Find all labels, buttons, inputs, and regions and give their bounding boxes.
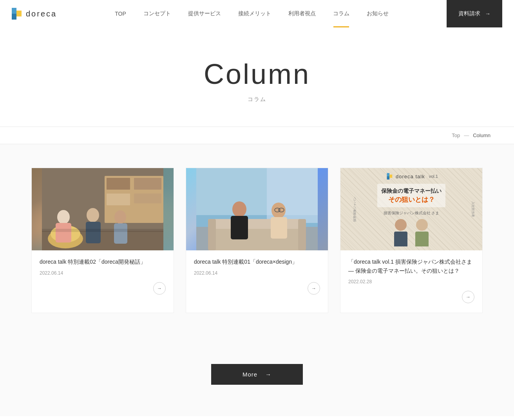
svg-rect-27 [298, 219, 306, 250]
article-date-2: 2022.06.14 [194, 270, 320, 276]
more-arrow: → [265, 371, 271, 378]
article-title-3: 「doreca talk vol.1 損害保険ジャパン株式会社さま— 保険金の電… [348, 257, 474, 275]
vol1-headline1: 保険金の電子マネー払い [381, 187, 442, 195]
arrow-icon-3: → [462, 291, 474, 303]
arrow-icon-2: → [308, 282, 320, 295]
article-image-1 [32, 168, 174, 250]
logo-text: doreca [26, 9, 57, 18]
breadcrumb-top[interactable]: Top [452, 132, 460, 138]
svg-rect-29 [231, 216, 248, 239]
breadcrumb-separator: — [464, 132, 469, 138]
svg-rect-25 [208, 219, 306, 229]
article-arrow-2[interactable]: → [194, 282, 320, 295]
vol1-vol: vol.1 [429, 174, 438, 179]
page-title-en: Column [0, 59, 514, 90]
article-date-3: 2022.02.28 [348, 279, 474, 284]
vol1-headline2: その狙いとは？ [381, 195, 442, 204]
cta-arrow: → [485, 11, 490, 17]
svg-marker-1 [12, 14, 16, 20]
article-date-1: 2022.06.14 [40, 270, 166, 276]
breadcrumb: Top — Column [0, 127, 514, 144]
cta-label: 資料請求 [458, 10, 480, 17]
article-content-1: doreca talk 特別連載02「doreca開発秘話」 2022.06.1… [32, 250, 174, 304]
article-arrow-1[interactable]: → [40, 282, 166, 295]
logo-icon [8, 6, 24, 22]
page-title-ja: コラム [0, 96, 514, 103]
svg-rect-8 [107, 194, 130, 205]
more-button[interactable]: More → [211, 364, 303, 385]
nav-top[interactable]: TOP [106, 0, 135, 27]
articles-section: doreca talk 特別連載02「doreca開発秘話」 2022.06.1… [0, 144, 514, 344]
article-content-3: 「doreca talk vol.1 損害保険ジャパン株式会社さま— 保険金の電… [340, 250, 482, 313]
svg-point-17 [114, 210, 126, 224]
article-card-3[interactable]: doreca talk vol.1 保険金の電子マネー払い その狙いとは？ 損害… [340, 168, 483, 313]
main-nav: TOP コンセプト 提供サービス 接続メリット 利用者視点 コラム お知らせ [106, 0, 397, 27]
svg-rect-7 [134, 178, 161, 190]
svg-point-15 [87, 208, 99, 222]
articles-grid: doreca talk 特別連載02「doreca開発秘話」 2022.06.1… [31, 168, 483, 313]
svg-marker-36 [387, 176, 390, 179]
breadcrumb-current: Column [473, 132, 490, 138]
cta-button[interactable]: 資料請求 → [447, 0, 502, 27]
nav-services[interactable]: 提供サービス [179, 0, 230, 27]
svg-rect-18 [114, 223, 127, 244]
vol1-side-left: 損害保険ジャパン [353, 197, 357, 222]
article-image-2 [186, 168, 328, 250]
more-label: More [243, 371, 257, 378]
arrow-icon-1: → [153, 282, 166, 295]
article-content-2: doreca talk 特別連載01「doreca×design」 2022.0… [186, 250, 328, 304]
svg-rect-6 [107, 178, 130, 190]
article-card-1[interactable]: doreca talk 特別連載02「doreca開発秘話」 2022.06.1… [31, 168, 174, 313]
article-image-3: doreca talk vol.1 保険金の電子マネー払い その狙いとは？ 損害… [340, 168, 482, 250]
nav-merits[interactable]: 接続メリット [230, 0, 280, 27]
svg-marker-37 [389, 175, 392, 178]
svg-point-13 [57, 210, 70, 224]
svg-rect-31 [271, 217, 287, 239]
svg-rect-14 [56, 223, 71, 243]
vol1-brand: doreca talk [396, 174, 425, 179]
article-arrow-3[interactable]: → [348, 291, 474, 303]
svg-rect-16 [86, 222, 101, 243]
article-title-1: doreca talk 特別連載02「doreca開発秘話」 [40, 257, 166, 266]
nav-column[interactable]: コラム [324, 0, 358, 27]
svg-rect-26 [208, 219, 216, 250]
article-title-2: doreca talk 特別連載01「doreca×design」 [194, 257, 320, 266]
nav-concept[interactable]: コンセプト [135, 0, 179, 27]
more-section: More → [0, 344, 514, 416]
vol1-company: 損害保険ジャパン株式会社 さま [377, 210, 445, 216]
svg-marker-0 [12, 8, 16, 14]
site-header: doreca TOP コンセプト 提供サービス 接続メリット 利用者視点 コラム… [0, 0, 514, 27]
svg-rect-9 [134, 194, 161, 203]
vol1-side-right: 入社担当者 [471, 201, 475, 217]
svg-marker-2 [16, 11, 22, 16]
logo[interactable]: doreca [8, 6, 57, 22]
nav-news[interactable]: お知らせ [358, 0, 397, 27]
svg-point-28 [232, 201, 246, 217]
article-card-2[interactable]: doreca talk 特別連載01「doreca×design」 2022.0… [186, 168, 328, 313]
nav-user[interactable]: 利用者視点 [280, 0, 324, 27]
svg-marker-35 [387, 173, 390, 176]
hero-section: Column コラム [0, 27, 514, 127]
svg-rect-19 [42, 229, 163, 232]
